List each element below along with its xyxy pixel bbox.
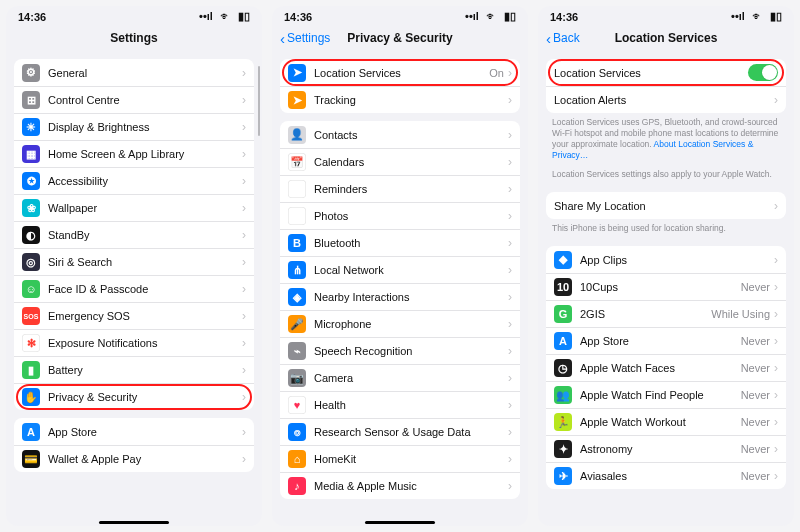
microphone-row[interactable]: 🎤Microphone›: [280, 310, 520, 337]
chevron-right-icon: ›: [508, 344, 512, 358]
chevron-right-icon: ›: [508, 290, 512, 304]
navbar: ‹ Back Location Services: [538, 25, 794, 51]
home-indicator[interactable]: [99, 521, 169, 524]
battery-label: Battery: [48, 364, 242, 376]
exposure-notifications-icon: ✻: [22, 334, 40, 352]
emergency-sos-label: Emergency SOS: [48, 310, 242, 322]
privacy-group-location: ➤Location ServicesOn›➤Tracking›: [280, 59, 520, 113]
photos-row[interactable]: ✿Photos›: [280, 202, 520, 229]
photos-label: Photos: [314, 210, 508, 222]
scroll-area[interactable]: ➤Location ServicesOn›➤Tracking› 👤Contact…: [272, 51, 528, 526]
back-button[interactable]: ‹ Back: [546, 31, 580, 46]
apple-watch-faces-value: Never: [741, 362, 770, 374]
location-services-row[interactable]: ➤Location ServicesOn›: [280, 59, 520, 86]
tracking-row[interactable]: ➤Tracking›: [280, 86, 520, 113]
standby-row[interactable]: ◐StandBy›: [14, 221, 254, 248]
local-network-row[interactable]: ⋔Local Network›: [280, 256, 520, 283]
app-store-row[interactable]: AApp Store›: [14, 418, 254, 445]
scroll-indicator[interactable]: [258, 66, 260, 136]
battery-row[interactable]: ▮Battery›: [14, 356, 254, 383]
signal-icon: ••ıl: [465, 10, 479, 22]
bluetooth-row[interactable]: BBluetooth›: [280, 229, 520, 256]
apple-watch-find-people-icon: 👥: [554, 386, 572, 404]
back-button[interactable]: ‹ Settings: [280, 31, 330, 46]
privacy-security-icon: ✋: [22, 388, 40, 406]
aviasales-row[interactable]: ✈AviasalesNever›: [546, 462, 786, 489]
astronomy-row[interactable]: ✦AstronomyNever›: [546, 435, 786, 462]
health-row[interactable]: ♥Health›: [280, 391, 520, 418]
emergency-sos-row[interactable]: SOSEmergency SOS›: [14, 302, 254, 329]
accessibility-row[interactable]: ✪Accessibility›: [14, 167, 254, 194]
camera-label: Camera: [314, 372, 508, 384]
10cups-row[interactable]: 1010CupsNever›: [546, 273, 786, 300]
nearby-interactions-row[interactable]: ◈Nearby Interactions›: [280, 283, 520, 310]
aviasales-value: Never: [741, 470, 770, 482]
chevron-right-icon: ›: [242, 363, 246, 377]
homekit-row[interactable]: ⌂HomeKit›: [280, 445, 520, 472]
privacy-security-row[interactable]: ✋Privacy & Security›: [14, 383, 254, 410]
wallet-apple-pay-row[interactable]: 💳Wallet & Apple Pay›: [14, 445, 254, 472]
apple-watch-find-people-row[interactable]: 👥Apple Watch Find PeopleNever›: [546, 381, 786, 408]
location-group-main: Location ServicesLocation Alerts›: [546, 59, 786, 113]
status-indicators: ••ıl ᯤ ▮▯: [195, 10, 250, 23]
location-alerts-row[interactable]: Location Alerts›: [546, 86, 786, 113]
apple-watch-workout-row[interactable]: 🏃Apple Watch WorkoutNever›: [546, 408, 786, 435]
apple-watch-faces-row[interactable]: ◷Apple Watch FacesNever›: [546, 354, 786, 381]
2gis-row[interactable]: G2GISWhile Using›: [546, 300, 786, 327]
health-label: Health: [314, 399, 508, 411]
chevron-right-icon: ›: [508, 479, 512, 493]
home-screen-app-library-icon: ▦: [22, 145, 40, 163]
research-sensor-usage-data-label: Research Sensor & Usage Data: [314, 426, 508, 438]
chevron-right-icon: ›: [774, 93, 778, 107]
wallet-apple-pay-icon: 💳: [22, 450, 40, 468]
calendars-row[interactable]: 📅Calendars›: [280, 148, 520, 175]
camera-row[interactable]: 📷Camera›: [280, 364, 520, 391]
location-services-toggle-row[interactable]: Location Services: [546, 59, 786, 86]
scroll-area[interactable]: Location ServicesLocation Alerts› Locati…: [538, 51, 794, 526]
calendars-icon: 📅: [288, 153, 306, 171]
chevron-right-icon: ›: [774, 469, 778, 483]
local-network-icon: ⋔: [288, 261, 306, 279]
wifi-icon: ᯤ: [220, 10, 231, 22]
wallpaper-icon: ❀: [22, 199, 40, 217]
location-services-toggle-label: Location Services: [554, 67, 748, 79]
scroll-area[interactable]: ⚙General›⊞Control Centre›☀Display & Brig…: [6, 51, 262, 526]
chevron-right-icon: ›: [242, 228, 246, 242]
reminders-row[interactable]: ⋮Reminders›: [280, 175, 520, 202]
chevron-right-icon: ›: [508, 263, 512, 277]
face-id-passcode-row[interactable]: ☺Face ID & Passcode›: [14, 275, 254, 302]
chevron-right-icon: ›: [508, 128, 512, 142]
location-services-toggle-switch[interactable]: [748, 64, 778, 81]
display-brightness-label: Display & Brightness: [48, 121, 242, 133]
status-indicators: ••ıl ᯤ ▮▯: [461, 10, 516, 23]
app-clips-row[interactable]: ◆App Clips›: [546, 246, 786, 273]
speech-recognition-icon: ⌁: [288, 342, 306, 360]
status-indicators: ••ıl ᯤ ▮▯: [727, 10, 782, 23]
home-screen-app-library-row[interactable]: ▦Home Screen & App Library›: [14, 140, 254, 167]
chevron-right-icon: ›: [242, 425, 246, 439]
media-apple-music-row[interactable]: ♪Media & Apple Music›: [280, 472, 520, 499]
contacts-row[interactable]: 👤Contacts›: [280, 121, 520, 148]
chevron-right-icon: ›: [242, 147, 246, 161]
back-label: Settings: [287, 31, 330, 45]
general-icon: ⚙: [22, 64, 40, 82]
siri-search-row[interactable]: ◎Siri & Search›: [14, 248, 254, 275]
10cups-label: 10Cups: [580, 281, 741, 293]
battery-icon: ▮▯: [504, 10, 516, 22]
exposure-notifications-row[interactable]: ✻Exposure Notifications›: [14, 329, 254, 356]
share-my-location-row[interactable]: Share My Location›: [546, 192, 786, 219]
app-store-app-row[interactable]: AApp StoreNever›: [546, 327, 786, 354]
control-centre-row[interactable]: ⊞Control Centre›: [14, 86, 254, 113]
research-sensor-usage-data-row[interactable]: ⌾Research Sensor & Usage Data›: [280, 418, 520, 445]
home-indicator[interactable]: [365, 521, 435, 524]
accessibility-label: Accessibility: [48, 175, 242, 187]
homekit-label: HomeKit: [314, 453, 508, 465]
display-brightness-row[interactable]: ☀Display & Brightness›: [14, 113, 254, 140]
general-row[interactable]: ⚙General›: [14, 59, 254, 86]
accessibility-icon: ✪: [22, 172, 40, 190]
microphone-label: Microphone: [314, 318, 508, 330]
wallpaper-row[interactable]: ❀Wallpaper›: [14, 194, 254, 221]
chevron-right-icon: ›: [242, 120, 246, 134]
chevron-right-icon: ›: [508, 209, 512, 223]
speech-recognition-row[interactable]: ⌁Speech Recognition›: [280, 337, 520, 364]
